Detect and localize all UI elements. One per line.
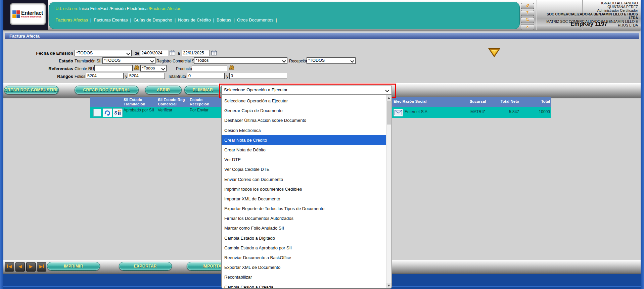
- last-page-icon[interactable]: ▶: [37, 262, 46, 272]
- nav-tab[interactable]: Otros Documentos|: [237, 17, 279, 22]
- filter-funnel-icon[interactable]: [488, 48, 501, 59]
- fecha-hasta-input[interactable]: [182, 50, 210, 56]
- col-estado-recepcion[interactable]: Estado Recepción: [190, 98, 220, 106]
- dropdown-option[interactable]: Cambia Estado a Digitado: [222, 233, 386, 243]
- next-page-icon[interactable]: ▶: [26, 262, 36, 272]
- producto-label: Producto: [176, 66, 192, 71]
- dropdown-option[interactable]: Exportar Reporte de Todos los Tipos de D…: [222, 204, 386, 213]
- registro-comercial-select[interactable]: *Todos: [194, 57, 287, 64]
- eliminar-button[interactable]: ELIMINAR: [184, 86, 221, 94]
- dropdown-option[interactable]: Deshacer Última Acción sobre Documento: [222, 115, 386, 125]
- prev-page-icon[interactable]: ◀: [15, 262, 25, 272]
- binoculars-search-icon[interactable]: [229, 65, 235, 72]
- col-elec-razon-social[interactable]: Elec Razón Social: [394, 99, 447, 104]
- folios-label: Folios: [75, 74, 85, 79]
- abrir-button[interactable]: ABRIR: [145, 86, 182, 94]
- dropdown-option[interactable]: Enviar Correo con Documento: [222, 175, 386, 184]
- refresh-icon[interactable]: ⇅: [521, 17, 534, 23]
- logo-title: Enterfact: [21, 10, 43, 15]
- scroll-down-icon[interactable]: [386, 283, 392, 288]
- nav-tab[interactable]: Facturas Exentas|: [94, 17, 134, 22]
- resend-arrow-icon[interactable]: [103, 108, 112, 117]
- breadcrumb-path[interactable]: Inicio EnterFact /Emisión Electrónica: [78, 6, 149, 11]
- folio-hasta-input[interactable]: [128, 73, 165, 79]
- cliente-rut-input[interactable]: [94, 65, 133, 71]
- undo-icon[interactable]: ↺: [521, 3, 534, 9]
- row-checkbox[interactable]: [93, 109, 101, 116]
- nav-tab[interactable]: Guías de Despacho|: [134, 17, 178, 22]
- dropdown-scrollbar[interactable]: [386, 95, 392, 288]
- col-sucursal[interactable]: Sucursal: [468, 99, 488, 104]
- imprimir-button[interactable]: IMPRIMIR: [47, 262, 100, 271]
- dropdown-option[interactable]: Importar XML de Documento: [222, 194, 386, 204]
- dropdown-option[interactable]: Exportar XML de Documento: [222, 262, 386, 272]
- scrollbar-thumb[interactable]: [387, 101, 391, 125]
- chevron-down-icon: [126, 51, 130, 55]
- dropdown-option[interactable]: Crear Nota de Crédito: [222, 135, 386, 145]
- col-total[interactable]: Total: [533, 99, 550, 104]
- cell-tramitacion: Aprobado por SII: [124, 108, 155, 112]
- exportar-button[interactable]: EXPORTAR: [119, 262, 172, 271]
- fecha-select[interactable]: *TODOS: [75, 50, 132, 56]
- nav-tab[interactable]: Notas de Crédito|: [178, 17, 217, 22]
- dropdown-option[interactable]: Reenviar Documento a BackOffice: [222, 253, 386, 262]
- empkey-label: EmpKey 1197: [537, 21, 641, 28]
- dropdown-option[interactable]: Ver DTE: [222, 155, 386, 164]
- dropdown-option[interactable]: Marcar como Folio Anulado SII: [222, 223, 386, 233]
- chevron-down-icon: [282, 59, 286, 62]
- totalbruto-label: TotalBruto: [168, 74, 186, 79]
- de-label: de: [135, 51, 139, 56]
- cell-razon-social: Enternet S.A: [405, 110, 427, 114]
- crear-doc-general-button[interactable]: CREAR DOC GENERAL: [75, 86, 139, 94]
- col-sii-estado-tramitacion[interactable]: SII Estado Tramitación: [124, 98, 157, 106]
- breadcrumb: Ud. está en: Inicio EnterFact /Emisión E…: [55, 6, 181, 11]
- referencias-label: Referencias: [4, 66, 73, 71]
- fecha-desde-input[interactable]: [140, 50, 168, 56]
- dropdown-option[interactable]: Cambia Estado a Aprobado por SII: [222, 243, 386, 253]
- totalbruto-desde-input[interactable]: [187, 73, 225, 79]
- calendar-icon[interactable]: [170, 50, 175, 57]
- sii-logo-icon[interactable]: S: [113, 108, 123, 117]
- dropdown-option[interactable]: Generar Copia de Documento: [222, 106, 386, 115]
- panel-title: Factura Afecta: [5, 33, 639, 39]
- scroll-up-icon[interactable]: [386, 95, 392, 101]
- dropdown-option[interactable]: Firmar los Documentos Autorizados: [222, 213, 386, 223]
- y-label: y: [125, 74, 127, 79]
- producto-input[interactable]: [192, 65, 227, 71]
- estado-label: Estado: [4, 58, 73, 63]
- verificar-link[interactable]: Verificar: [158, 108, 172, 112]
- totalbruto-hasta-input[interactable]: [229, 73, 287, 79]
- registro-comercial-label: Registro Comercial SII: [156, 59, 197, 63]
- breadcrumb-prefix: Ud. está en:: [55, 6, 78, 11]
- crear-doc-combustible-button[interactable]: CREAR DOC COMBUSTIBLE: [4, 86, 59, 94]
- nav-tab[interactable]: Boletas|: [217, 17, 237, 22]
- folio-desde-input[interactable]: [86, 73, 124, 79]
- recepcion-select[interactable]: *TODOS: [307, 57, 356, 64]
- chevron-down-icon: [150, 59, 154, 62]
- dropdown-option[interactable]: Cesion Electronica: [222, 126, 386, 135]
- nav-tabs: Facturas Afectas|Facturas Exentas|Guías …: [55, 17, 279, 22]
- dropdown-option[interactable]: Crear Nota de Débito: [222, 145, 386, 155]
- logo-squares-icon: [12, 10, 20, 18]
- binoculars-search-icon[interactable]: [134, 65, 140, 72]
- col-total-neto[interactable]: Total Neto: [498, 99, 519, 104]
- nav-tab[interactable]: Facturas Afectas|: [55, 17, 94, 22]
- dropdown-option[interactable]: Seleccione Operación a Ejecutar: [222, 96, 386, 106]
- operation-select[interactable]: Seleccione Operación a Ejecutar: [221, 86, 392, 94]
- dropdown-option[interactable]: Ver Copia Cedible DTE: [222, 164, 386, 174]
- first-page-icon[interactable]: ◀: [5, 262, 14, 272]
- a-label: a: [178, 51, 180, 56]
- cliente-tipo-select[interactable]: *Todos: [140, 65, 167, 71]
- col-sii-estado-reg-comercial[interactable]: SII Estado Reg Comercial: [158, 98, 191, 106]
- envelope-icon[interactable]: [394, 109, 403, 116]
- calendar-icon[interactable]: [211, 50, 217, 57]
- tramitacion-select[interactable]: *TODOS: [102, 57, 155, 64]
- operation-dropdown-list: Seleccione Operación a EjecutarGenerar C…: [221, 95, 392, 289]
- dropdown-option[interactable]: Cambia Cesion a Creada: [222, 282, 386, 289]
- cell-sucursal: MATRIZ: [468, 110, 488, 114]
- tramitacion-sii-label: Tramitación SII: [75, 59, 101, 63]
- help-icon[interactable]: ?: [521, 10, 534, 16]
- close-icon[interactable]: ×: [521, 24, 534, 30]
- dropdown-option[interactable]: Recontabilizar: [222, 272, 386, 282]
- dropdown-option[interactable]: Imprimir todos los documentos Cedibles: [222, 184, 386, 194]
